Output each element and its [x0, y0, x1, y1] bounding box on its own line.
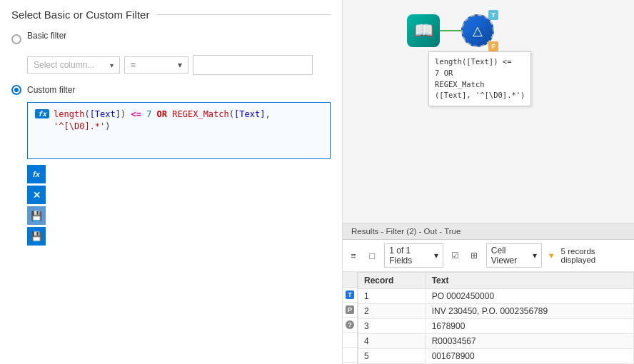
- basic-filter-radio[interactable]: [11, 34, 21, 44]
- column-chevron-icon: ▾: [110, 61, 114, 69]
- cell-text: R00034567: [426, 334, 633, 349]
- right-panel: 📖 △ T F length([Text]) <= 7 OR REGEX_Mat…: [343, 0, 634, 364]
- cell-record: 5: [358, 349, 426, 364]
- cell-viewer-chevron-icon: ▾: [533, 251, 537, 261]
- fields-chevron-icon: ▾: [434, 251, 438, 261]
- records-count: 5 records displayed: [561, 247, 630, 264]
- row-icon-empty2: [343, 348, 357, 363]
- list-icon[interactable]: ≡: [347, 248, 360, 263]
- custom-filter-label: Custom filter: [27, 85, 75, 95]
- fx-icon: fx: [35, 109, 49, 118]
- formula-fx-button[interactable]: fx: [27, 165, 46, 183]
- cell-text: 1678900: [426, 319, 633, 334]
- col-record: Record: [358, 273, 426, 289]
- results-table-wrapper: T P ? Record Text 1PO: [343, 272, 634, 364]
- basic-filter-option[interactable]: Basic filter: [11, 31, 331, 48]
- table-row: 1PO 0002450000: [358, 289, 634, 304]
- cell-record: 3: [358, 319, 426, 334]
- results-table: Record Text 1PO 00024500002INV 230450, P…: [358, 272, 634, 364]
- operator-select[interactable]: = ▾: [124, 56, 188, 74]
- operator-value: =: [131, 60, 136, 70]
- canvas-area: 📖 △ T F length([Text]) <= 7 OR REGEX_Mat…: [343, 0, 634, 223]
- table-row: 31678900: [358, 319, 634, 334]
- row-icon-p: P: [343, 303, 357, 318]
- tooltip-line3: REGEX_Match: [435, 80, 485, 89]
- page-icon[interactable]: □: [366, 248, 378, 263]
- results-toolbar: ≡ □ 1 of 1 Fields ▾ ☑ ⊞ Cell Viewer ▾ ▼ …: [343, 240, 634, 272]
- tooltip-line1: length([Text]) <=: [435, 57, 511, 66]
- results-panel: Results - Filter (2) - Out - True ≡ □ 1 …: [343, 223, 634, 364]
- save-draft-button[interactable]: 💾: [27, 206, 46, 225]
- cell-viewer-button[interactable]: Cell Viewer ▾: [486, 243, 542, 268]
- editor-toolbar: fx ✕ 💾 💾: [27, 165, 331, 246]
- badge-t: T: [488, 10, 498, 20]
- column-select[interactable]: Select column... ▾: [27, 56, 120, 74]
- formula-line: fx length([Text]) <= 7 OR REGEX_Match([T…: [35, 108, 323, 133]
- column-placeholder: Select column...: [34, 60, 94, 70]
- node-book[interactable]: 📖: [407, 14, 440, 47]
- grid-icon[interactable]: ⊞: [468, 248, 480, 263]
- formula-text: length([Text]) <= 7 OR REGEX_Match([Text…: [54, 108, 323, 133]
- table-row: 2INV 230450, P.O. 0002356789: [358, 304, 634, 319]
- col-text: Text: [426, 273, 633, 289]
- cell-record: 1: [358, 289, 426, 304]
- row-icon-empty1: [343, 333, 357, 348]
- operator-chevron-icon: ▾: [178, 60, 182, 70]
- connector-line: [440, 30, 461, 31]
- node-filter[interactable]: △ T F: [461, 14, 494, 47]
- custom-filter-editor[interactable]: fx length([Text]) <= 7 OR REGEX_Match([T…: [27, 102, 331, 159]
- check-icon[interactable]: ☑: [449, 248, 462, 263]
- tooltip-line2: 7 OR: [435, 69, 453, 77]
- node-container: 📖 △ T F: [407, 14, 494, 47]
- row-icon-t: T: [343, 288, 357, 303]
- fields-button[interactable]: 1 of 1 Fields ▾: [384, 243, 443, 268]
- panel-title: Select Basic or Custom Filter: [11, 9, 331, 21]
- book-icon: 📖: [414, 21, 433, 40]
- filter-triangle-icon: △: [473, 23, 483, 39]
- table-row: 4R00034567: [358, 334, 634, 349]
- cell-record: 4: [358, 334, 426, 349]
- filter-value-input[interactable]: [193, 55, 313, 75]
- basic-filter-label: Basic filter: [27, 31, 66, 41]
- table-row: 5001678900: [358, 349, 634, 364]
- results-header: Results - Filter (2) - Out - True: [343, 223, 634, 240]
- cell-viewer-label: Cell Viewer: [491, 246, 530, 266]
- cell-text: PO 0002450000: [426, 289, 633, 304]
- cell-text: 001678900: [426, 349, 633, 364]
- badge-f: F: [488, 41, 498, 51]
- left-row-icons: T P ?: [343, 272, 358, 364]
- node-tooltip: length([Text]) <= 7 OR REGEX_Match ([Tex…: [428, 51, 531, 106]
- clear-button[interactable]: ✕: [27, 186, 46, 204]
- custom-filter-radio[interactable]: [11, 85, 21, 95]
- results-header-text: Results - Filter (2) - Out - True: [351, 227, 461, 236]
- left-panel: Select Basic or Custom Filter Basic filt…: [0, 0, 343, 364]
- row-icon-q: ?: [343, 318, 357, 333]
- cell-record: 2: [358, 304, 426, 319]
- filter-funnel-icon: ▼: [548, 251, 555, 260]
- custom-filter-option[interactable]: Custom filter: [11, 85, 331, 95]
- tooltip-line4: ([Text], '^[\D0].*'): [435, 91, 525, 99]
- fields-label: 1 of 1 Fields: [389, 246, 431, 266]
- cell-text: INV 230450, P.O. 0002356789: [426, 304, 633, 319]
- save-button[interactable]: 💾: [27, 227, 46, 246]
- basic-filter-row: Select column... ▾ = ▾: [27, 55, 331, 75]
- panel-title-text: Select Basic or Custom Filter: [11, 9, 149, 21]
